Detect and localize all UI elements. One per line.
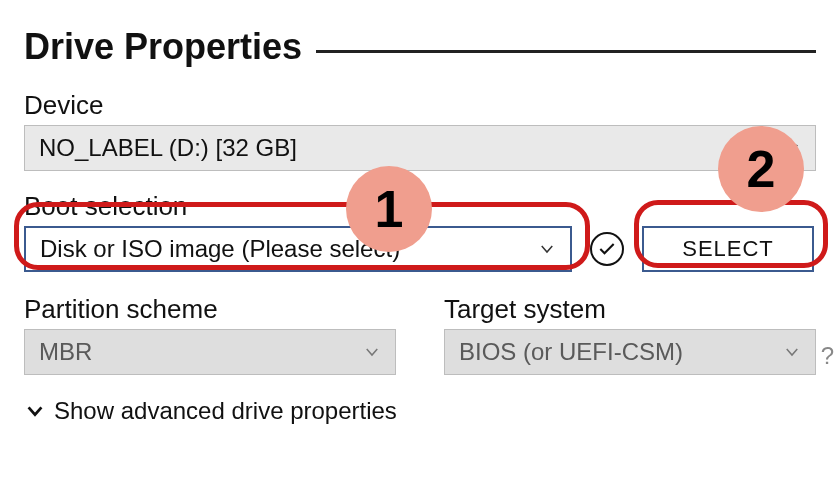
chevron-down-icon: [783, 343, 801, 361]
chevron-down-icon: [24, 400, 46, 422]
partition-scheme-label: Partition scheme: [24, 294, 396, 325]
scheme-target-row: Partition scheme MBR Target system BIOS …: [24, 294, 816, 375]
section-header: Drive Properties: [24, 26, 816, 68]
partition-scheme-value: MBR: [39, 338, 363, 366]
select-button-label: SELECT: [682, 236, 774, 262]
boot-selection-value: Disk or ISO image (Please select): [40, 235, 538, 263]
advanced-toggle[interactable]: Show advanced drive properties: [24, 397, 816, 425]
boot-selection-label: Boot selection: [24, 191, 816, 222]
help-icon[interactable]: ?: [821, 342, 834, 370]
partition-scheme-dropdown[interactable]: MBR: [24, 329, 396, 375]
advanced-toggle-label: Show advanced drive properties: [54, 397, 397, 425]
target-system-label: Target system: [444, 294, 816, 325]
device-dropdown[interactable]: NO_LABEL (D:) [32 GB]: [24, 125, 816, 171]
section-rule: [316, 50, 816, 53]
chevron-down-icon: [783, 139, 801, 157]
chevron-down-icon: [363, 343, 381, 361]
boot-selection-row: Disk or ISO image (Please select) SELECT: [24, 226, 816, 272]
verify-checkmark-icon[interactable]: [590, 232, 624, 266]
target-system-dropdown[interactable]: BIOS (or UEFI-CSM): [444, 329, 816, 375]
boot-selection-dropdown[interactable]: Disk or ISO image (Please select): [24, 226, 572, 272]
target-system-col: Target system BIOS (or UEFI-CSM): [444, 294, 816, 375]
partition-scheme-col: Partition scheme MBR: [24, 294, 396, 375]
device-value: NO_LABEL (D:) [32 GB]: [39, 134, 783, 162]
device-label: Device: [24, 90, 816, 121]
select-button[interactable]: SELECT: [642, 226, 814, 272]
section-title: Drive Properties: [24, 26, 302, 68]
target-system-value: BIOS (or UEFI-CSM): [459, 338, 783, 366]
chevron-down-icon: [538, 240, 556, 258]
